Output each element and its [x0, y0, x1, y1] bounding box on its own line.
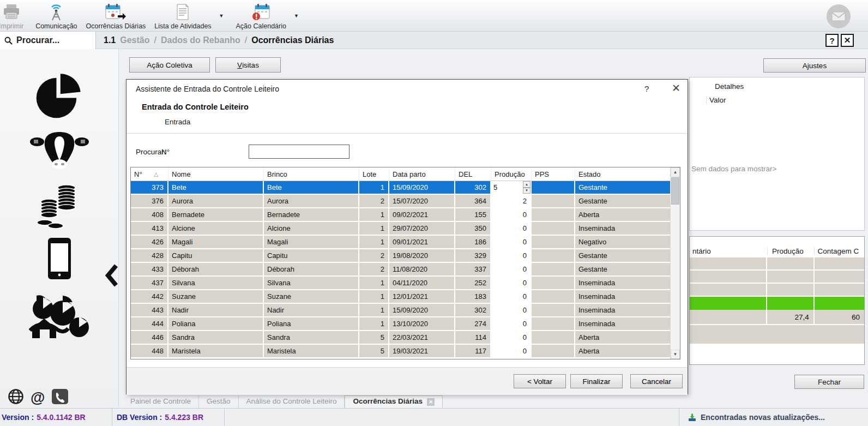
grid-row[interactable]: 426 Magali Magali 1 09/01/2021 186 0 Neg… [131, 236, 680, 249]
finalizar-button[interactable]: Finalizar [570, 374, 623, 388]
fechar-button[interactable]: Fechar [794, 375, 864, 389]
summary-row-empty[interactable] [690, 257, 864, 269]
status-updates[interactable]: Encontradas novas atualizações... [679, 409, 868, 426]
cell-lote: 1 [359, 222, 389, 235]
document-list-icon [176, 2, 189, 22]
sidebar-item-rebanho[interactable] [0, 130, 119, 173]
cell-nome: Alcione [168, 222, 264, 235]
grid-row[interactable]: 413 Alcione Alcione 1 29/07/2020 350 0 I… [131, 222, 680, 236]
summary-col-inventario[interactable]: ntário [690, 247, 767, 255]
scrollbar-down-button[interactable]: ▼ [671, 350, 680, 359]
tab-close-icon[interactable]: ✕ [427, 398, 435, 406]
sidebar-collapse-handle[interactable] [105, 263, 119, 290]
scrollbar-up-button[interactable]: ▲ [671, 167, 680, 177]
acao-coletiva-button[interactable]: Ação Coletiva [129, 57, 210, 73]
sidebar-item-dashboard[interactable] [0, 70, 119, 120]
grid-row[interactable]: 443 Nadir Nadir 1 15/09/2020 302 0 Insem… [131, 304, 680, 317]
cell-estado: Inseminada [575, 317, 671, 330]
cell-producao[interactable]: 0 [491, 236, 532, 248]
cell-producao[interactable]: 0 [491, 304, 532, 316]
email-at-icon[interactable]: @ [31, 389, 45, 406]
grid-col-pps[interactable]: PPS [532, 167, 575, 181]
grid-row[interactable]: 446 Sandra Sandra 5 22/03/2021 114 0 Abe… [131, 331, 680, 345]
grid-row[interactable]: 437 Silvana Silvana 1 04/11/2020 252 0 I… [131, 277, 680, 290]
sidebar-item-mobile[interactable] [0, 237, 119, 280]
cell-producao[interactable]: 0 [491, 331, 532, 344]
cancelar-button[interactable]: Cancelar [630, 374, 683, 388]
tab-gestao[interactable]: Gestão [199, 395, 239, 408]
cell-producao[interactable]: 0 [491, 263, 532, 275]
grid-row[interactable]: 428 Capitu Capitu 2 19/08/2020 329 0 Ges… [131, 249, 680, 263]
tab-painel-de-controle[interactable]: Painel de Controle [123, 395, 199, 408]
phone-contact-icon[interactable] [51, 388, 69, 407]
cell-producao[interactable]: 0 [491, 277, 532, 289]
summary-row-empty[interactable] [690, 271, 864, 283]
grid-col-estado[interactable]: Estado [575, 167, 671, 181]
scrollbar-thumb[interactable] [671, 177, 679, 205]
grid-col-numero[interactable]: N°△ [131, 167, 168, 181]
sidebar-item-analise[interactable] [0, 289, 119, 339]
grid-row[interactable]: 444 Poliana Poliana 1 13/10/2020 274 0 I… [131, 317, 680, 331]
cell-producao-editor[interactable]: 5 ▲ ▼ [491, 181, 532, 194]
cell-nome: Capitu [168, 249, 264, 262]
cell-producao[interactable]: 0 [491, 249, 532, 262]
search-placeholder-text: Procurar... [16, 35, 59, 45]
grid-scrollbar[interactable]: ▲ ▼ [670, 167, 680, 359]
grid-row[interactable]: 433 Déborah Déborah 2 11/08/2020 337 0 G… [131, 263, 680, 277]
globe-icon[interactable] [8, 388, 24, 407]
grid-row[interactable]: 442 Suzane Suzane 1 12/01/2021 183 0 Ins… [131, 290, 680, 304]
summary-col-contagem[interactable]: Contagem C [814, 247, 864, 255]
summary-row-highlighted[interactable] [690, 297, 864, 309]
cell-producao[interactable]: 0 [491, 208, 532, 221]
grid-row[interactable]: 376 Aurora Aurora 2 15/07/2020 364 2 Ges… [131, 195, 680, 208]
window-close-button[interactable]: ✕ [841, 34, 854, 47]
mail-button[interactable] [827, 4, 851, 28]
sidebar-item-financeiro[interactable] [0, 180, 119, 233]
window-help-button[interactable]: ? [825, 34, 839, 47]
cell-producao[interactable]: 2 [491, 195, 532, 207]
summary-row-empty[interactable] [690, 284, 864, 296]
breadcrumb-gestao[interactable]: Gestão [120, 35, 149, 45]
cell-nome: Sandra [168, 331, 264, 344]
cell-producao[interactable]: 0 [491, 222, 532, 235]
toolbar-lista-atividades-button[interactable]: Lista de Atividades [150, 0, 215, 30]
summary-row-values[interactable]: 27,4 60 [690, 310, 864, 324]
voltar-button[interactable]: < Voltar [514, 374, 566, 388]
dialog-search-input[interactable] [249, 145, 349, 159]
global-search-input[interactable]: Procurar... [0, 32, 96, 49]
toolbar-ocorrencias-button[interactable]: Ocorrências Diárias [82, 0, 150, 30]
dialog-help-button[interactable]: ? [644, 84, 649, 93]
ajustes-button[interactable]: Ajustes [763, 58, 866, 73]
cell-producao[interactable]: 0 [491, 290, 532, 303]
tab-analise-controle-leiteiro[interactable]: Análise do Controle Leiteiro [239, 395, 345, 408]
grid-col-nome[interactable]: Nome [168, 167, 264, 181]
spinner-up-button[interactable]: ▲ [523, 181, 531, 188]
dialog-close-button[interactable]: ✕ [672, 82, 680, 94]
cell-producao[interactable]: 0 [491, 317, 532, 330]
breadcrumb-dados-rebanho[interactable]: Dados do Rebanho [161, 35, 240, 45]
cell-lote: 1 [359, 208, 389, 221]
details-panel: Detalhes Valor Sem dados para mostrar> [689, 77, 865, 231]
grid-col-brinco[interactable]: Brinco [264, 167, 359, 181]
cell-brinco: Aurora [264, 195, 359, 207]
grid-row-selected[interactable]: 373 Bete Bete 1 15/09/2020 302 5 ▲ ▼ Ges… [131, 181, 680, 195]
toolbar-acao-calendario-button[interactable]: Ação Calendário [232, 0, 291, 30]
grid-col-lote[interactable]: Lote [359, 167, 389, 181]
grid-col-producao[interactable]: Produção [491, 167, 532, 181]
bottom-tab-bar: Painel de Controle Gestão Análise do Con… [123, 395, 443, 408]
acao-calendario-dropdown-arrow[interactable]: ▼ [291, 13, 302, 19]
grid-row[interactable]: 408 Bernadete Bernadete 1 09/02/2021 155… [131, 208, 680, 222]
details-valor-column-header[interactable]: Valor [706, 96, 726, 104]
grid-col-data-parto[interactable]: Data parto [389, 167, 455, 181]
grid-row[interactable]: 448 Maristela Maristela 5 19/03/2021 117… [131, 345, 680, 358]
cell-producao[interactable]: 0 [491, 345, 532, 357]
producao-value[interactable]: 5 [491, 183, 523, 191]
toolbar-imprimir-button[interactable]: Imprimir [0, 0, 28, 30]
toolbar-comunicacao-button[interactable]: Comunicação [31, 0, 81, 30]
summary-col-producao[interactable]: Produção [767, 247, 813, 255]
lista-atividades-dropdown-arrow[interactable]: ▼ [216, 13, 227, 19]
grid-col-del[interactable]: DEL [455, 167, 491, 181]
visitas-button[interactable]: Visitas [215, 57, 281, 73]
spinner-down-button[interactable]: ▼ [523, 188, 531, 194]
tab-ocorrencias-diarias[interactable]: Ocorrências Diárias ✕ [345, 395, 443, 408]
